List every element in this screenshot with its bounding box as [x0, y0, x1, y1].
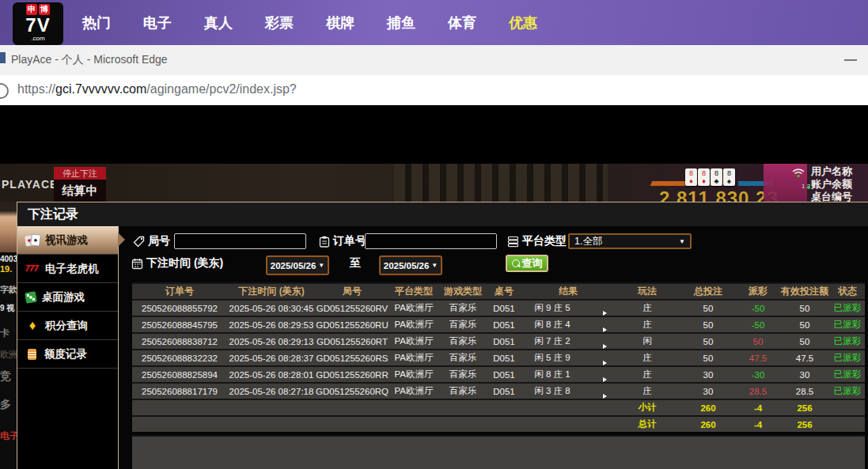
cell-round-no: GD051255260RT	[316, 337, 389, 346]
betting-records-panel: 下注记录 ♥♠视讯游戏777电子老虎机桌面游戏♦积分查询额度记录 局号 订单号 …	[17, 202, 868, 469]
date-from-value: 2025/05/26	[271, 261, 316, 270]
nav-item-优惠[interactable]: 优惠	[508, 13, 538, 32]
date-from-select[interactable]: 2025/05/26 ▼	[266, 255, 329, 275]
playing-card: 8♣	[711, 168, 722, 186]
avatar	[0, 202, 17, 252]
column-header: 状态	[830, 285, 865, 298]
cell-round-no: GD051255260RU	[316, 320, 389, 330]
cell-result: 闲 3 庄 8	[521, 385, 583, 397]
cell-payout: -50	[737, 304, 779, 313]
column-header: 结果	[521, 285, 615, 298]
cell-result: 闲 8 庄 1	[521, 369, 583, 380]
table-row: 2505260888258942025-05-26 08:28:01GD0512…	[132, 365, 865, 382]
cell-game-type: 百家乐	[439, 369, 487, 380]
sidebar-item-电子老虎机[interactable]: 777电子老虎机	[17, 255, 118, 283]
cell-platform: PA欧洲厅	[389, 302, 439, 314]
subtotal-row-bet: 260	[680, 403, 737, 413]
cell-payout: -30	[737, 370, 779, 380]
background-text-fragment: 字款	[0, 284, 17, 296]
platform-type-label: 平台类型	[507, 234, 567, 248]
search-button[interactable]: 查询	[506, 255, 548, 272]
playing-card: 8♦	[685, 168, 697, 186]
cell-status: 已派彩	[830, 319, 865, 331]
background-text-fragment: 4003	[0, 255, 17, 263]
cell-bet-time: 2025-05-26 08:28:37	[227, 354, 316, 363]
sidebar-item-label: 电子老虎机	[45, 262, 99, 276]
platform-type-select[interactable]: 1.全部 ▼	[568, 233, 692, 249]
subtotal-row-payout: -4	[737, 403, 779, 413]
sidebar-item-label: 积分查询	[45, 319, 88, 333]
total-row-bet: 260	[680, 420, 737, 429]
sidebar-item-积分查询[interactable]: ♦积分查询	[17, 312, 118, 340]
url-text[interactable]: https://gci.7vvvvvv.com/agingame/pcv2/in…	[17, 82, 297, 96]
clipboard-icon	[319, 236, 330, 248]
minimize-button[interactable]	[844, 59, 857, 61]
nav-item-真人[interactable]: 真人	[203, 13, 233, 32]
cell-table-no: D051	[487, 387, 521, 396]
column-header: 局号	[316, 285, 389, 298]
cell-round-no: GD051255260RS	[316, 354, 389, 363]
round-no-input[interactable]	[174, 233, 306, 249]
nav-item-捕鱼[interactable]: 捕鱼	[386, 13, 416, 32]
cell-total-bet: 50	[680, 320, 737, 330]
cell-game-type: 百家乐	[439, 319, 487, 331]
total-row: 总计260-4256	[132, 415, 865, 432]
cell-platform: PA欧洲厅	[389, 319, 439, 331]
nav-item-体育[interactable]: 体育	[447, 13, 477, 32]
sidebar-item-额度记录[interactable]: 额度记录	[17, 340, 118, 369]
game-nav-bar: 申 博 7V .com 热门电子真人彩票棋牌捕鱼体育优惠	[0, 0, 868, 45]
bet-time-label: 下注时间 (美东)	[131, 256, 223, 270]
table-row: 2505260888171792025-05-26 08:27:18GD0512…	[132, 382, 865, 399]
date-to-select[interactable]: 2025/05/26 ▼	[379, 255, 442, 275]
reload-icon[interactable]	[0, 83, 9, 99]
cell-total-bet: 30	[680, 387, 737, 396]
chevron-down-icon: ▼	[318, 262, 324, 269]
url-scheme: https://	[17, 82, 55, 96]
background-text-fragment: 9 视	[0, 303, 14, 314]
order-no-input[interactable]	[365, 233, 497, 249]
logo-badges: 申 博	[26, 4, 50, 15]
account-label: 用户名称	[811, 165, 868, 178]
sidebar-item-label: 视讯游戏	[45, 233, 88, 248]
nav-item-彩票[interactable]: 彩票	[264, 13, 294, 32]
address-bar[interactable]: https://gci.7vvvvvv.com/agingame/pcv2/in…	[0, 75, 868, 108]
screen: 申 博 7V .com 热门电子真人彩票棋牌捕鱼体育优惠 PlayAce - 个…	[0, 0, 868, 469]
nav-item-电子[interactable]: 电子	[142, 13, 172, 32]
cell-round-no: GD051255260RV	[316, 304, 389, 313]
cell-play-type: 庄	[615, 302, 680, 314]
subtotal-row-label: 小计	[615, 402, 680, 414]
dice-icon	[25, 291, 37, 304]
status-dot	[807, 186, 810, 189]
sidebar-item-视讯游戏[interactable]: ♥♠视讯游戏	[17, 226, 118, 255]
cell-table-no: D051	[487, 320, 521, 330]
cell-bet-time: 2025-05-26 08:28:01	[227, 370, 316, 380]
cell-result: 闲 9 庄 5	[521, 302, 583, 314]
cell-total-bet: 50	[680, 304, 737, 313]
calendar-icon	[131, 258, 143, 270]
cell-valid-bet: 50	[779, 337, 830, 346]
cell-total-bet: 50	[680, 337, 737, 346]
nav-item-棋牌[interactable]: 棋牌	[325, 13, 355, 32]
nav-item-热门[interactable]: 热门	[81, 13, 112, 32]
site-logo[interactable]: 申 博 7V .com	[13, 2, 63, 45]
account-info-labels: 用户名称账户余额桌台编号	[811, 165, 868, 202]
cell-valid-bet: 47.5	[779, 354, 830, 363]
cell-play-type: 闲	[615, 335, 680, 347]
slot-machines-image	[394, 164, 608, 202]
cell-total-bet: 50	[680, 354, 737, 363]
account-label: 桌台编号	[811, 191, 868, 202]
cell-round-no: GD051255260RQ	[316, 387, 389, 396]
cell-payout: 50	[737, 337, 779, 346]
cell-result: 闲 8 庄 4	[521, 319, 583, 331]
cell-game-type: 百家乐	[439, 302, 487, 314]
background-text-fragment: 19.	[0, 264, 12, 274]
underlying-page-strip: 400319.字款9 视卡欧洲竞多电子	[0, 202, 17, 469]
cell-order-no: 250526088817179	[132, 387, 227, 396]
cell-status: 已派彩	[830, 385, 865, 397]
column-header: 总投注	[680, 285, 737, 298]
sidebar-item-桌面游戏[interactable]: 桌面游戏	[17, 283, 118, 312]
table-row: 2505260888457952025-05-26 08:29:53GD0512…	[132, 316, 865, 332]
sidebar-item-label: 额度记录	[44, 347, 87, 361]
cell-bet-time: 2025-05-26 08:30:45	[227, 304, 316, 313]
casino-background-strip: PLAYACE 停止下注 结算中 8♦8♦8♣8♠ 2,811,830.23 1…	[0, 164, 868, 202]
